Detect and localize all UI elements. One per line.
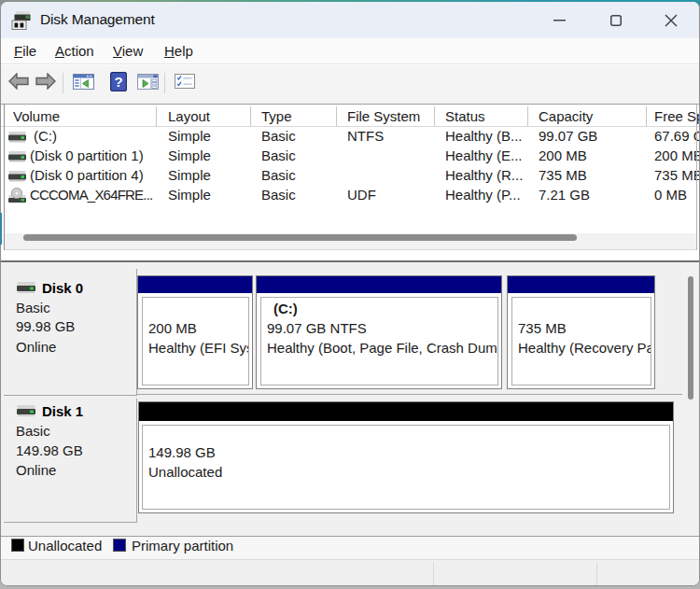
svg-text:?: ?	[114, 74, 122, 90]
